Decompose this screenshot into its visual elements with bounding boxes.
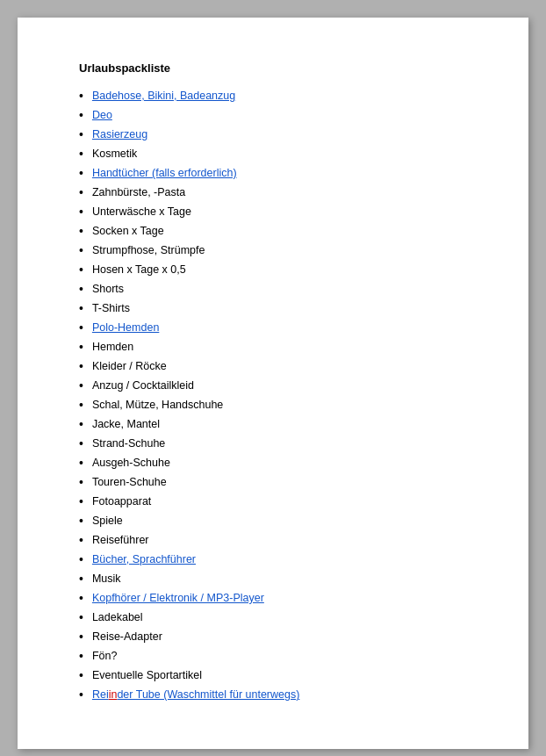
- list-item: Unterwäsche x Tage: [79, 203, 476, 221]
- packing-list: Badehose, Bikini, BadeanzugDeoRasierzeug…: [79, 87, 476, 704]
- list-item: Musik: [79, 570, 476, 588]
- page: Urlaubspackliste Badehose, Bikini, Badea…: [18, 18, 528, 749]
- list-item: Kleider / Röcke: [79, 357, 476, 376]
- list-item: Bücher, Sprachführer: [79, 551, 476, 569]
- list-item: Reise-Adapter: [79, 628, 476, 646]
- list-item: Zahnbürste, -Pasta: [79, 184, 476, 202]
- list-item: Spiele: [79, 512, 476, 530]
- list-item: Schal, Mütze, Handschuhe: [79, 396, 476, 414]
- list-item: Strumpfhose, Strümpfe: [79, 241, 476, 260]
- list-item: Handtücher (falls erforderlich): [79, 164, 476, 183]
- list-item: Hemden: [79, 338, 476, 356]
- list-item: Polo-Hemden: [79, 319, 476, 337]
- list-item: Reiseführer: [79, 531, 476, 550]
- list-item: Kopfhörer / Elektronik / MP3-Player: [79, 589, 476, 608]
- list-item: Touren-Schuhe: [79, 473, 476, 492]
- list-item: Shorts: [79, 280, 476, 299]
- list-item: Fön?: [79, 647, 476, 666]
- list-item: Badehose, Bikini, Badeanzug: [79, 87, 476, 105]
- list-item: T-Shirts: [79, 299, 476, 318]
- list-item: Strand-Schuhe: [79, 435, 476, 453]
- list-item: Eventuelle Sportartikel: [79, 666, 476, 685]
- list-item: Hosen x Tage x 0,5: [79, 261, 476, 279]
- page-title: Urlaubspackliste: [79, 61, 476, 75]
- list-item: Ladekabel: [79, 608, 476, 627]
- list-item: Rasierzeug: [79, 126, 476, 144]
- list-item: Socken x Tage: [79, 222, 476, 241]
- list-item: Deo: [79, 106, 476, 125]
- list-item: Anzug / Cocktailkleid: [79, 377, 476, 395]
- list-item: Kosmetik: [79, 145, 476, 163]
- list-item: Reiin der Tube (Waschmittel für unterweg…: [79, 686, 476, 704]
- list-item: Fotoapparat: [79, 493, 476, 511]
- list-item: Jacke, Mantel: [79, 415, 476, 434]
- list-item: Ausgeh-Schuhe: [79, 454, 476, 472]
